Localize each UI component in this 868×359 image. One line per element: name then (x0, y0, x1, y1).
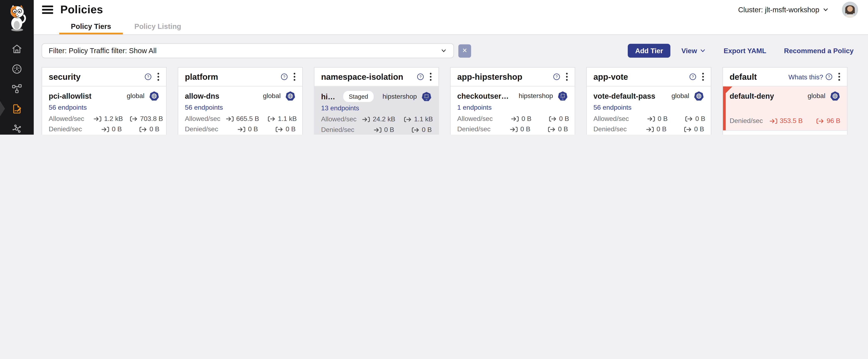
question-circle-icon: ? (826, 73, 833, 80)
clear-filter-button[interactable]: ✕ (458, 44, 471, 57)
tier-name: security (49, 72, 81, 81)
export-yaml-button[interactable]: Export YAML (717, 44, 773, 58)
tier-menu-kebab-icon[interactable] (562, 72, 571, 82)
denied-per-sec-row: Denied/sec 0 B 0 B (49, 125, 159, 133)
app-root: Policies Cluster: jlt-msft-workshop Poli… (0, 0, 868, 135)
sidebar-item-policy-edit[interactable] (0, 99, 34, 119)
egress-arrow-icon (411, 127, 420, 133)
tier-menu-kebab-icon[interactable] (426, 72, 435, 82)
egress-arrow-icon (685, 115, 693, 121)
question-circle-icon: ? (689, 73, 696, 80)
namespace-scope-icon: ns (557, 91, 568, 102)
question-circle-icon: ? (417, 73, 424, 80)
policy-card[interactable]: allow-dns global 56 endpoints Allowed/se… (178, 86, 302, 135)
svg-text:?: ? (147, 75, 149, 79)
tier-header: default Whats this? ? (723, 68, 847, 87)
global-scope-icon (149, 91, 159, 102)
endpoints-link[interactable]: 1 endpoints (457, 104, 492, 111)
policy-card[interactable]: hipstershop-gh… Staged hipstershop ns 13… (314, 86, 439, 135)
egress-arrow-icon (403, 116, 412, 122)
filter-label: Filter: Policy Traffic filter: Show All (49, 47, 157, 55)
namespace-scope-icon: ns (557, 91, 568, 102)
user-avatar[interactable] (842, 2, 858, 18)
tier-header: app-hipstershop ? (451, 68, 575, 87)
whats-this-link[interactable]: ? (277, 73, 289, 80)
question-circle-icon: ? (281, 73, 288, 80)
tab-policy-tiers[interactable]: Policy Tiers (59, 19, 123, 34)
ingress-arrow-icon (226, 115, 234, 121)
policy-name: checkoutservice (457, 91, 510, 101)
namespace-scope-icon: ns (421, 91, 432, 102)
cluster-selector[interactable]: Cluster: jlt-msft-workshop (735, 5, 832, 14)
hamburger-menu-icon[interactable] (39, 2, 56, 17)
svg-text:ns: ns (426, 99, 427, 100)
global-scope-icon (693, 91, 704, 102)
tier-name: platform (185, 72, 218, 81)
svg-text:?: ? (556, 75, 558, 79)
ingress-arrow-icon (374, 127, 382, 133)
sidebar-item-molecule[interactable] (0, 119, 34, 135)
chevron-down-icon (823, 7, 829, 13)
denied-per-sec-row: Denied/sec 0 B 0 B (593, 125, 704, 133)
policy-name: vote-default-pass (593, 91, 655, 101)
ingress-arrow-icon (511, 115, 519, 121)
tier-menu-kebab-icon[interactable] (835, 72, 844, 82)
tier-cards: allow-dns global 56 endpoints Allowed/se… (178, 86, 302, 135)
tier-menu-kebab-icon[interactable] (699, 72, 707, 82)
endpoints-link[interactable]: 56 endpoints (49, 104, 87, 111)
calico-cat-logo[interactable] (4, 3, 30, 32)
ingress-arrow-icon (647, 115, 655, 121)
egress-arrow-icon (139, 126, 147, 132)
staged-badge: Staged (343, 91, 374, 102)
tier-cards: default-deny global Denied/sec 353.5 B 9… (723, 86, 847, 135)
page-title: Policies (60, 3, 103, 16)
endpoints-link[interactable]: 56 endpoints (185, 104, 223, 111)
tab-policy-listing[interactable]: Policy Listing (123, 19, 193, 34)
tab-bar: Policy Tiers Policy Listing (34, 19, 868, 35)
whats-this-link[interactable]: Whats this? ? (787, 73, 834, 81)
policy-card[interactable]: vote-default-pass global 56 endpoints Al… (587, 86, 711, 135)
sidebar-item-home[interactable] (0, 39, 34, 59)
policy-card[interactable]: checkoutservice hipstershop ns 1 endpoin… (451, 86, 575, 135)
policy-card[interactable]: default-deny global Denied/sec 353.5 B 9… (723, 86, 847, 131)
toolbar: Filter: Policy Traffic filter: Show All … (41, 43, 860, 58)
add-tier-button[interactable]: Add Tier (628, 44, 670, 58)
svg-text:?: ? (283, 75, 285, 79)
global-scope-icon (693, 91, 704, 102)
global-scope-icon (285, 91, 296, 102)
sidebar-item-nodes[interactable] (0, 79, 34, 99)
view-menu-button[interactable]: View (675, 44, 712, 58)
tier-header: namespace-isolation ? (314, 68, 439, 87)
egress-arrow-icon (129, 115, 138, 121)
policy-card[interactable]: pci-allowlist global 56 endpoints Allowe… (42, 86, 166, 135)
egress-arrow-icon (684, 126, 692, 132)
policy-card[interactable]: konnectivity-agent kube-system ns 2 endp… (723, 131, 847, 135)
tier-menu-kebab-icon[interactable] (154, 72, 163, 82)
ingress-arrow-icon (101, 126, 110, 132)
policy-tier-column-default: default Whats this? ? default-deny globa… (722, 67, 847, 135)
whats-this-link[interactable]: ? (550, 73, 561, 80)
tier-cards: hipstershop-gh… Staged hipstershop ns 13… (314, 86, 439, 135)
policy-tier-column-platform: platform ? allow-dns global 56 endpoints… (178, 67, 303, 135)
recommend-policy-button[interactable]: Recommend a Policy (777, 44, 860, 58)
policy-scope-label: hipstershop (382, 92, 417, 101)
whats-this-link[interactable]: ? (141, 73, 153, 80)
gauge-dashboard-icon (11, 63, 23, 75)
svg-text:?: ? (420, 75, 422, 79)
policy-scope-label: global (808, 91, 825, 101)
allowed-per-sec-row: Allowed/sec 0 B 0 B (457, 115, 568, 122)
tier-menu-kebab-icon[interactable] (290, 72, 299, 82)
egress-arrow-icon (549, 115, 557, 121)
ingress-arrow-icon (94, 115, 102, 121)
policy-tier-column-app-vote: app-vote ? vote-default-pass global 56 e… (586, 67, 711, 135)
policy-scope-label: hipstershop (519, 91, 553, 101)
policy-traffic-filter-select[interactable]: Filter: Policy Traffic filter: Show All (41, 43, 454, 58)
whats-this-link[interactable]: ? (686, 73, 698, 80)
policy-tier-column-security: security ? pci-allowlist global 56 endpo… (41, 67, 166, 135)
chevron-down-icon (441, 48, 447, 54)
whats-this-link[interactable]: ? (413, 73, 425, 80)
endpoints-link[interactable]: 56 endpoints (593, 104, 631, 111)
endpoints-link[interactable]: 13 endpoints (321, 104, 359, 112)
sidebar-item-gauge[interactable] (0, 59, 34, 79)
global-scope-icon (830, 91, 840, 102)
